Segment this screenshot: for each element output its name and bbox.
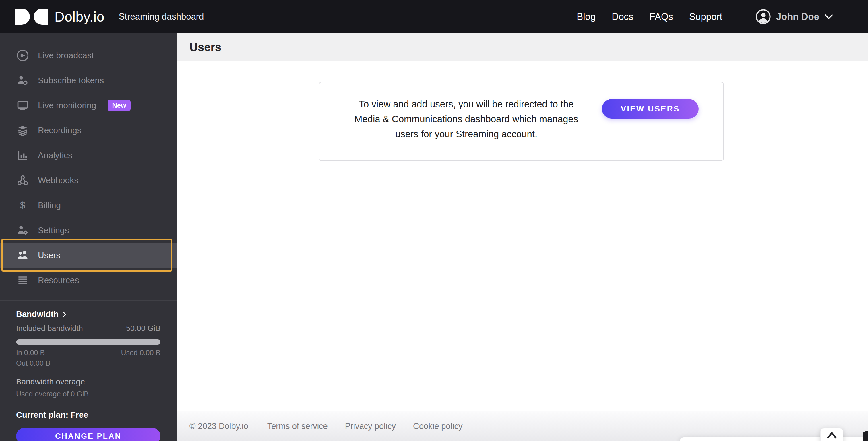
sidebar-item-live-broadcast[interactable]: Live broadcast [0, 43, 177, 68]
top-header: Dolby.io Streaming dashboard Blog Docs F… [0, 0, 868, 33]
sidebar-item-label: Resources [38, 275, 79, 285]
sidebar-item-users[interactable]: Users [0, 243, 177, 268]
bar-chart-icon [16, 149, 29, 161]
nav-link-blog[interactable]: Blog [577, 11, 596, 22]
included-bandwidth-value: 50.00 GiB [126, 324, 160, 333]
user-avatar-icon [755, 9, 771, 24]
dolby-double-d-icon [16, 9, 48, 25]
sidebar-item-live-monitoring[interactable]: Live monitoring New [0, 93, 177, 118]
corner-widget-edge [863, 431, 868, 441]
sidebar-item-label: Users [38, 251, 60, 260]
bandwidth-overage-title: Bandwidth overage [16, 377, 160, 386]
app-title: Streaming dashboard [119, 11, 204, 22]
sidebar: Live broadcast Subscribe tokens [0, 33, 177, 441]
monitor-icon [16, 99, 29, 112]
header-divider [739, 9, 739, 24]
streaming-dashboard-app: Dolby.io Streaming dashboard Blog Docs F… [0, 0, 868, 441]
change-plan-button[interactable]: CHANGE PLAN [16, 428, 160, 441]
sidebar-item-webhooks[interactable]: Webhooks [0, 168, 177, 193]
current-plan-label: Current plan: Free [16, 410, 160, 420]
sidebar-item-analytics[interactable]: Analytics [0, 143, 177, 168]
footer: © 2023 Dolby.io Terms of service Privacy… [177, 411, 868, 441]
sidebar-item-billing[interactable]: $ Billing [0, 193, 177, 217]
brand-name: Dolby.io [55, 9, 104, 25]
sidebar-item-label: Live monitoring [38, 100, 96, 110]
sidebar-item-label: Analytics [38, 150, 72, 160]
bandwidth-progress-bar [16, 340, 160, 345]
bandwidth-title: Bandwidth [16, 310, 59, 319]
scroll-to-top-button[interactable] [820, 428, 843, 441]
layers-icon [16, 124, 29, 137]
bandwidth-out-value: Out 0.00 B [16, 359, 160, 368]
bandwidth-in-value: In 0.00 B [16, 349, 45, 357]
dolby-d-left [16, 9, 30, 25]
chevron-down-icon [825, 14, 833, 19]
chevron-up-icon [827, 432, 837, 441]
page-title: Users [189, 41, 221, 54]
users-redirect-card: To view and add users, you will be redir… [319, 82, 724, 161]
sidebar-item-label: Live broadcast [38, 51, 94, 60]
main-content: Users To view and add users, you will be… [177, 33, 868, 441]
sidebar-item-settings[interactable]: Settings [0, 217, 177, 243]
list-icon [16, 274, 29, 287]
nav-link-faqs[interactable]: FAQs [650, 11, 673, 22]
sidebar-item-resources[interactable]: Resources [0, 268, 177, 293]
user-name: John Doe [776, 11, 819, 22]
users-icon [16, 249, 29, 262]
page-title-band: Users [177, 33, 868, 61]
webhook-icon [16, 174, 29, 187]
users-redirect-message: To view and add users, you will be redir… [349, 97, 583, 142]
nav-link-support[interactable]: Support [689, 11, 722, 22]
bandwidth-used-value: Used 0.00 B [121, 349, 160, 357]
bandwidth-title-row[interactable]: Bandwidth [16, 310, 160, 319]
dolby-d-right [34, 9, 48, 25]
view-users-button[interactable]: VIEW USERS [602, 99, 699, 119]
bandwidth-overage-detail: Used overage of 0 GiB [16, 390, 160, 398]
sidebar-item-label: Webhooks [38, 175, 79, 185]
sidebar-nav: Live broadcast Subscribe tokens [0, 43, 177, 293]
sidebar-item-label: Settings [38, 225, 69, 235]
footer-link-terms[interactable]: Terms of service [267, 421, 328, 431]
sidebar-item-label: Subscribe tokens [38, 76, 104, 85]
footer-copyright: © 2023 Dolby.io [189, 421, 248, 431]
sidebar-item-label: Billing [38, 200, 61, 210]
dolby-logo[interactable]: Dolby.io [16, 9, 104, 25]
new-badge: New [107, 100, 130, 111]
header-nav: Blog Docs FAQs Support John Doe [577, 9, 868, 24]
sidebar-item-subscribe-tokens[interactable]: Subscribe tokens [0, 68, 177, 93]
broadcast-icon [16, 49, 29, 62]
nav-link-docs[interactable]: Docs [612, 11, 633, 22]
dollar-icon: $ [16, 199, 29, 212]
bandwidth-panel: Bandwidth Included bandwidth 50.00 GiB I… [16, 310, 160, 441]
svg-text:$: $ [20, 200, 25, 210]
user-menu[interactable]: John Doe [755, 9, 833, 24]
sidebar-divider [0, 300, 177, 301]
bandwidth-in-used-row: In 0.00 B Used 0.00 B [16, 349, 160, 357]
included-bandwidth-row: Included bandwidth 50.00 GiB [16, 324, 160, 333]
included-bandwidth-label: Included bandwidth [16, 324, 83, 333]
sidebar-item-label: Recordings [38, 125, 82, 135]
user-gear-icon [16, 224, 29, 237]
subscribe-token-icon [16, 74, 29, 87]
chevron-right-icon [62, 311, 67, 318]
footer-link-privacy[interactable]: Privacy policy [345, 421, 396, 431]
sidebar-item-recordings[interactable]: Recordings [0, 118, 177, 143]
footer-link-cookie[interactable]: Cookie policy [413, 421, 462, 431]
